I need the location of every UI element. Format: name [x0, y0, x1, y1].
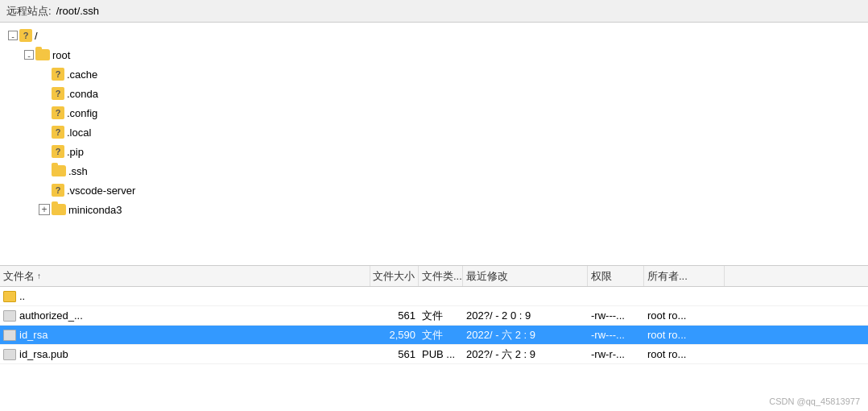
file-cell-owner: root ro...	[644, 326, 725, 344]
file-cell-size	[370, 287, 419, 305]
file-cell-size: 561	[370, 306, 419, 325]
question-icon: ?	[52, 145, 64, 158]
tree-item[interactable]: ?.pip	[0, 142, 868, 161]
col-header-date[interactable]: 最近修改	[463, 266, 588, 286]
question-icon: ?	[52, 87, 64, 100]
folder-icon	[52, 165, 66, 176]
question-icon: ?	[52, 106, 64, 119]
folder-icon	[52, 204, 66, 215]
file-cell-name: id_rsa	[0, 326, 370, 344]
tree-item-label: .ssh	[68, 165, 88, 177]
tree-expander[interactable]: -	[23, 50, 35, 60]
file-cell-perm: -rw---...	[588, 326, 644, 344]
file-cell-type: 文件	[419, 306, 463, 325]
tree-item-label: .vscode-server	[67, 185, 135, 197]
tree-item[interactable]: ?.config	[0, 103, 868, 122]
folder-icon	[35, 49, 50, 60]
tree-item[interactable]: ?.cache	[0, 64, 868, 84]
file-icon	[3, 310, 16, 322]
col-header-perm[interactable]: 权限	[588, 266, 644, 286]
file-cell-name: ..	[0, 287, 370, 305]
file-row[interactable]: ..	[0, 287, 868, 306]
tree-item-label: /	[35, 30, 38, 42]
file-cell-name: authorized_...	[0, 306, 370, 325]
file-cell-date: 202?/ - 2 0 : 9	[463, 306, 588, 325]
col-header-owner[interactable]: 所有者...	[644, 266, 725, 286]
file-panel: 文件名 ↑ 文件大小 文件类... 最近修改 权限 所有者... ..autho…	[0, 266, 868, 411]
tree-item[interactable]: +miniconda3	[0, 200, 868, 219]
tree-item-label: miniconda3	[68, 204, 122, 216]
col-header-name[interactable]: 文件名 ↑	[0, 266, 370, 286]
tree-panel: -?/-root?.cache?.conda?.config?.local?.p…	[0, 23, 868, 266]
watermark: CSDN @qq_45813977	[769, 396, 860, 406]
remote-station-label: 远程站点:	[6, 4, 52, 19]
file-cell-type: 文件	[419, 326, 463, 344]
file-icon	[3, 349, 16, 360]
file-cell-owner: root ro...	[644, 345, 725, 363]
tree-item[interactable]: ?.local	[0, 122, 868, 142]
question-icon: ?	[52, 68, 64, 81]
tree-item[interactable]: ?.vscode-server	[0, 181, 868, 200]
file-cell-size: 2,590	[370, 326, 419, 344]
tree-item-label: .cache	[67, 68, 97, 81]
file-row[interactable]: authorized_...561文件202?/ - 2 0 : 9-rw---…	[0, 306, 868, 326]
col-header-size[interactable]: 文件大小	[370, 266, 419, 286]
file-row[interactable]: id_rsa2,590文件2022/ - 六 2 : 9-rw---...roo…	[0, 326, 868, 345]
file-cell-owner	[644, 287, 725, 305]
tree-item-label: .conda	[67, 88, 98, 100]
tree-item[interactable]: ?.conda	[0, 84, 868, 103]
tree-item-label: .pip	[67, 146, 84, 158]
file-name: ..	[19, 290, 25, 302]
tree-expander[interactable]: +	[39, 204, 50, 215]
file-cell-date: 202?/ - 六 2 : 9	[463, 345, 588, 363]
remote-path[interactable]: /root/.ssh	[56, 5, 99, 17]
tree-expander[interactable]: -	[6, 31, 19, 41]
file-name: id_rsa	[19, 329, 48, 341]
col-header-type[interactable]: 文件类...	[419, 266, 463, 286]
file-cell-owner: root ro...	[644, 306, 725, 325]
tree-item[interactable]: -?/	[0, 26, 868, 45]
tree-item-label: .config	[67, 107, 97, 119]
tree-item[interactable]: -root	[0, 45, 868, 64]
file-name: id_rsa.pub	[19, 348, 68, 360]
file-name: authorized_...	[19, 309, 83, 322]
file-cell-date: 2022/ - 六 2 : 9	[463, 326, 588, 344]
file-icon	[3, 330, 16, 341]
top-bar: 远程站点: /root/.ssh	[0, 0, 868, 23]
file-cell-perm: -rw-r-...	[588, 345, 644, 363]
file-cell-name: id_rsa.pub	[0, 345, 370, 363]
question-icon: ?	[52, 126, 64, 139]
file-row[interactable]: id_rsa.pub561PUB ...202?/ - 六 2 : 9-rw-r…	[0, 345, 868, 364]
file-cell-size: 561	[370, 345, 419, 363]
tree-item-label: .local	[67, 127, 91, 139]
folder-icon	[3, 291, 16, 302]
file-cell-type: PUB ...	[419, 345, 463, 363]
file-cell-perm	[588, 287, 644, 305]
file-cell-perm: -rw---...	[588, 306, 644, 325]
file-cell-type	[419, 287, 463, 305]
file-rows-container: ..authorized_...561文件202?/ - 2 0 : 9-rw-…	[0, 287, 868, 364]
question-icon: ?	[52, 184, 64, 197]
tree-item-label: root	[52, 49, 70, 61]
question-icon: ?	[19, 29, 32, 42]
tree-item[interactable]: .ssh	[0, 161, 868, 181]
file-cell-date	[463, 287, 588, 305]
file-header[interactable]: 文件名 ↑ 文件大小 文件类... 最近修改 权限 所有者...	[0, 266, 868, 287]
